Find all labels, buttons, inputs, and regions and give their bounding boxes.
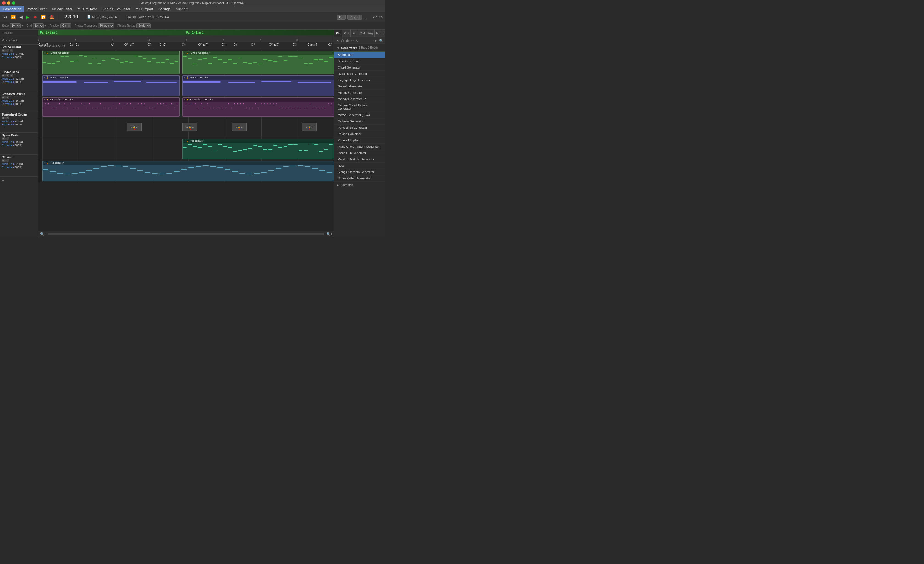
phrase-block-stereo-grand-1[interactable]: ⊲ 🔒 ♪ Chord Generator [182,51,334,74]
tab-ins[interactable]: Ins [375,30,382,37]
right-tb-edit[interactable]: ✏ [350,38,354,43]
generator-item-bass-generator[interactable]: Bass Generator [334,58,385,65]
track-ctrl-e-finger-bass[interactable]: e [10,74,13,77]
menu-item-support[interactable]: Support [173,6,190,12]
close-button[interactable] [2,2,6,5]
menu-item-phrase-editor[interactable]: Phrase Editor [24,6,50,12]
track-row-tonewheel-organ[interactable]: ⊲ 🔒 m⊲ 🔒 m⊲ 🔒 m⊲ 🔒 m [39,117,334,138]
organ-phrase-0[interactable]: ⊲ 🔒 m [127,123,142,131]
track-ctrl-s-nylon-guitar[interactable]: s [6,137,9,140]
transport-play[interactable]: ▶ [25,14,30,20]
redo-button[interactable]: ↪ [379,14,383,20]
file-expand-icon[interactable]: ▶ [115,15,117,19]
grid-select[interactable]: 1/4 [33,23,44,29]
generator-item-motive-generator[interactable]: Motive Generator (16/4) [334,112,385,118]
phrase-resize-select[interactable]: Scale [136,23,151,29]
generator-item-phrase-morpher[interactable]: Phrase Morpher [334,137,385,144]
hscroll-bar[interactable] [48,233,324,235]
undo-button[interactable]: ↩ [373,14,377,20]
track-ctrl-s-finger-bass[interactable]: s [6,74,9,77]
track-ctrl-s-clavinet[interactable]: s [6,159,9,162]
track-ctrl-m-finger-bass[interactable]: m [2,74,6,77]
phrase-block-nylon-guitar-0[interactable]: ⊲ 🔒 ♪ Arpeggiator [182,139,334,159]
tab-phr[interactable]: Phr [334,30,342,37]
phrase-block-finger-bass-1[interactable]: ⊲ 🔒 ♪ Bass Generator [182,75,334,96]
generator-item-ostinato[interactable]: Ostinato Generator [334,118,385,125]
right-tb-copy[interactable]: ⬡ [340,38,344,43]
phrase-block-stereo-grand-0[interactable]: ⊲ 🔒 ♪ Chord Generator [42,51,180,74]
right-tb-eye[interactable]: 👁 [373,38,378,43]
generators-arrow[interactable]: ▼ [337,46,340,50]
phrase-block-standard-drums-0[interactable]: ⊲ ⚡ Percussion Generator [42,98,180,117]
menu-item-settings[interactable]: Settings [156,6,173,12]
generator-item-strings-staccato[interactable]: Strings Staccato Generator [334,169,385,175]
generator-item-dyads-run[interactable]: Dyads Run Generator [334,71,385,77]
phrase-button[interactable]: Phrase [347,15,362,20]
transport-prev[interactable]: ⏪ [10,14,17,20]
track-ctrl-m-stereo-grand[interactable]: m [2,49,6,52]
transport-to-start[interactable]: ⏮ [2,14,8,20]
generator-item-modern-chord[interactable]: Modern Chord Pattern Generator [334,102,385,112]
track-content-stereo-grand[interactable]: ⊲ 🔒 ♪ Chord Generator⊲ 🔒 ♪ Chord Generat… [42,50,334,75]
track-row-standard-drums[interactable]: ⊲ ⚡ Percussion Generator⊲ ⚡ Percussion G… [39,97,334,117]
generator-item-random-melody[interactable]: Random Melody Generator [334,156,385,162]
menu-item-midi-mutator[interactable]: MIDI Mutator [75,6,99,12]
on-button[interactable]: On [337,15,346,20]
generator-item-arpeggiator[interactable]: Arpeggiator [334,52,385,58]
track-row-finger-bass[interactable]: ⊲ 🔒 ♪ Bass Generator⊲ 🔒 ♪ Bass Generator [39,75,334,97]
track-ctrl-e-stereo-grand[interactable]: e [10,49,13,52]
phrase-block-finger-bass-0[interactable]: ⊲ 🔒 ♪ Bass Generator [42,75,180,96]
right-tb-search[interactable]: 🔍 [379,38,384,43]
organ-phrase-2[interactable]: ⊲ 🔒 m [232,123,247,131]
add-track-button[interactable]: + [2,178,4,183]
tab-prg[interactable]: Prg [367,30,375,37]
track-ctrl-m-clavinet[interactable]: m [2,159,6,162]
track-ctrl-m-standard-drums[interactable]: m [2,96,6,99]
menu-item-melody-editor[interactable]: Melody Editor [49,6,75,12]
organ-phrase-3[interactable]: ⊲ 🔒 m [302,123,316,131]
generator-item-rest[interactable]: Rest [334,162,385,169]
generator-item-generic[interactable]: Generic Generator [334,83,385,90]
generator-item-strum-pattern[interactable]: Strum Pattern Generator [334,175,385,182]
menu-item-midi-import[interactable]: MIDI Import [133,6,156,12]
menu-item-composition[interactable]: Composition [0,6,24,12]
tab-rhy[interactable]: Rhy [342,30,351,37]
tab-chd[interactable]: Chd [358,30,367,37]
generator-item-chord-generator[interactable]: Chord Generator [334,65,385,71]
track-content-standard-drums[interactable]: ⊲ ⚡ Percussion Generator⊲ ⚡ Percussion G… [42,97,334,117]
snap-select[interactable]: 1/4 [10,23,21,29]
track-ctrl-m-nylon-guitar[interactable]: m [2,137,6,140]
zoom-in-button[interactable]: 🔍+ [326,232,333,236]
track-content-nylon-guitar[interactable]: ⊲ 🔒 ♪ Arpeggiator [42,138,334,160]
track-rows-container[interactable]: ⊲ 🔒 ♪ Chord Generator⊲ 🔒 ♪ Chord Generat… [39,50,334,231]
right-tb-paste[interactable]: ⬢ [345,38,349,43]
tab-scl[interactable]: Scl [351,30,358,37]
generator-item-melody-generator-v2[interactable]: Melody Generator v2 [334,96,385,102]
phrase-block-clavinet-0[interactable]: ⊲ 🔒 ♪ Arpeggiator [42,161,334,181]
track-ctrl-s-tonewheel-organ[interactable]: s [6,117,9,119]
examples-section[interactable]: ▶ Examples [334,182,385,188]
track-content-clavinet[interactable]: ⊲ 🔒 ♪ Arpeggiator [42,160,334,182]
track-ctrl-s-stereo-grand[interactable]: s [6,49,9,52]
generator-item-percussion[interactable]: Percussion Generator [334,125,385,131]
right-tb-cut[interactable]: ✕ [336,38,339,43]
track-row-stereo-grand[interactable]: ⊲ 🔒 ♪ Chord Generator⊲ 🔒 ♪ Chord Generat… [39,50,334,75]
track-ctrl-m-tonewheel-organ[interactable]: m [2,117,6,119]
track-content-finger-bass[interactable]: ⊲ 🔒 ♪ Bass Generator⊲ 🔒 ♪ Bass Generator [42,75,334,96]
phrase-transpose-select[interactable]: Phrase [98,23,114,29]
generator-item-fingerpicking[interactable]: Fingerpicking Generator [334,77,385,83]
preview-select[interactable]: On [60,23,72,29]
maximize-button[interactable] [12,2,15,5]
track-row-nylon-guitar[interactable]: ⊲ 🔒 ♪ Arpeggiator [39,138,334,160]
generator-item-piano-chord[interactable]: Piano Chord Pattern Generator [334,144,385,150]
transport-loop[interactable]: 🔁 [40,14,47,20]
more-options[interactable]: ... [363,15,367,20]
right-tb-refresh[interactable]: ↻ [355,38,359,43]
menu-item-chord-rules[interactable]: Chord Rules Editor [99,6,133,12]
track-content-tonewheel-organ[interactable]: ⊲ 🔒 m⊲ 🔒 m⊲ 🔒 m⊲ 🔒 m [42,117,334,138]
generator-item-piano-run[interactable]: Piano Run Generator [334,150,385,156]
track-ctrl-s-standard-drums[interactable]: s [6,96,9,99]
generator-item-melody-generator[interactable]: Melody Generator [334,90,385,96]
minimize-button[interactable] [7,2,10,5]
transport-record[interactable]: ⏺ [32,14,38,20]
